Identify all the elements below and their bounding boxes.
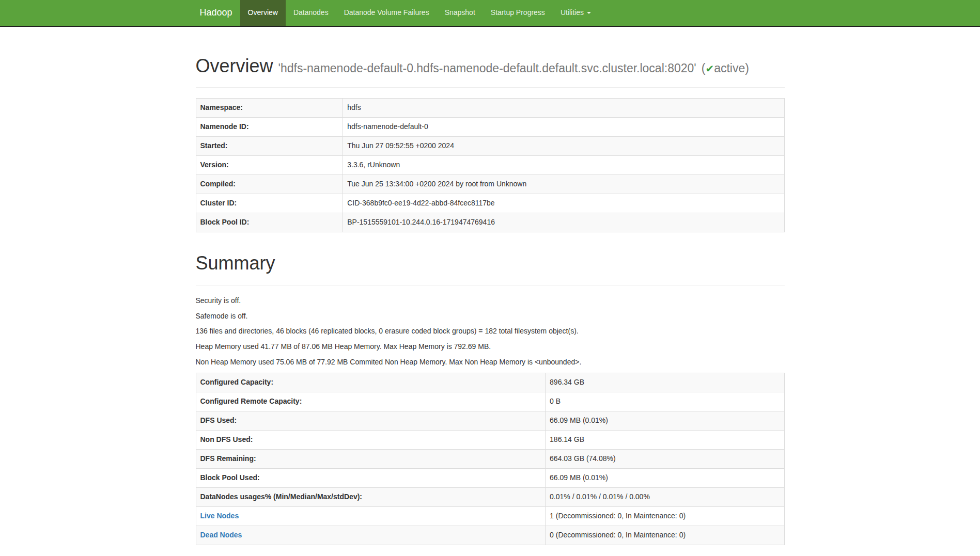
namenode-address: 'hdfs-namenode-default-0.hdfs-namenode-d… (278, 61, 696, 75)
row-value: hdfs (343, 99, 784, 118)
row-value: Tue Jun 25 13:34:00 +0200 2024 by root f… (343, 175, 784, 194)
row-label: Configured Remote Capacity: (196, 392, 546, 411)
row-value: CID-368b9fc0-ee19-4d22-abbd-84fcec8117be (343, 194, 784, 213)
row-value: 664.03 GB (74.08%) (546, 450, 784, 469)
row-label: Namenode ID: (196, 118, 343, 137)
summary-divider (196, 285, 785, 285)
summary-filesystem-objects: 136 files and directories, 46 blocks (46… (196, 326, 785, 337)
table-row: DataNodes usages% (Min/Median/Max/stdDev… (196, 488, 784, 507)
table-row: Namenode ID: hdfs-namenode-default-0 (196, 118, 784, 137)
nav-tab-snapshot[interactable]: Snapshot (437, 0, 483, 26)
nav-tab-overview[interactable]: Overview (240, 0, 286, 26)
row-label: Compiled: (196, 175, 343, 194)
summary-text: Security is off. Safemode is off. 136 fi… (196, 296, 785, 368)
page-title: Overview 'hdfs-namenode-default-0.hdfs-n… (196, 56, 785, 76)
nav-dropdown-utilities[interactable]: Utilities (553, 0, 599, 26)
nav-tab-overview-label: Overview (248, 8, 278, 18)
navbar-menu: Overview Datanodes Datanode Volume Failu… (240, 0, 599, 26)
row-label: Started: (196, 137, 343, 156)
row-label: Non DFS Used: (196, 431, 546, 450)
main-content: Overview 'hdfs-namenode-default-0.hdfs-n… (188, 56, 792, 545)
table-row: Configured Capacity: 896.34 GB (196, 373, 784, 392)
table-row: Block Pool ID: BP-1515559101-10.244.0.16… (196, 213, 784, 232)
nav-tab-datanode-volume-failures-label: Datanode Volume Failures (344, 8, 429, 18)
row-label: Dead Nodes (196, 526, 546, 545)
row-label: Block Pool Used: (196, 469, 546, 488)
table-row: DFS Remaining: 664.03 GB (74.08%) (196, 450, 784, 469)
status-active-label: active) (714, 61, 749, 75)
live-nodes-link[interactable]: Live Nodes (200, 512, 239, 520)
namenode-info-table: Namespace: hdfs Namenode ID: hdfs-nameno… (196, 98, 785, 232)
caret-down-icon (587, 12, 591, 14)
namenode-status: (✔active) (702, 62, 749, 75)
row-label: DFS Remaining: (196, 450, 546, 469)
nav-tab-datanodes-label: Datanodes (293, 8, 329, 18)
table-row: Live Nodes 1 (Decommissioned: 0, In Main… (196, 507, 784, 526)
table-row: Configured Remote Capacity: 0 B (196, 392, 784, 411)
table-row: Compiled: Tue Jun 25 13:34:00 +0200 2024… (196, 175, 784, 194)
row-label: DataNodes usages% (Min/Median/Max/stdDev… (196, 488, 546, 507)
row-value: hdfs-namenode-default-0 (343, 118, 784, 137)
nav-dropdown-utilities-label: Utilities (561, 8, 584, 18)
table-row: Cluster ID: CID-368b9fc0-ee19-4d22-abbd-… (196, 194, 784, 213)
dead-nodes-link[interactable]: Dead Nodes (200, 531, 242, 539)
table-row: Namespace: hdfs (196, 99, 784, 118)
nav-tab-datanode-volume-failures[interactable]: Datanode Volume Failures (336, 0, 437, 26)
row-value: 0.01% / 0.01% / 0.01% / 0.00% (546, 488, 784, 507)
table-row: Started: Thu Jun 27 09:52:55 +0200 2024 (196, 137, 784, 156)
row-label: Block Pool ID: (196, 213, 343, 232)
row-value: BP-1515559101-10.244.0.16-1719474769416 (343, 213, 784, 232)
summary-non-heap-memory: Non Heap Memory used 75.06 MB of 77.92 M… (196, 357, 785, 368)
header-divider (196, 87, 785, 88)
check-icon: ✔ (705, 63, 714, 74)
summary-heading: Summary (196, 253, 785, 274)
table-row: Dead Nodes 0 (Decommissioned: 0, In Main… (196, 526, 784, 545)
row-label: DFS Used: (196, 411, 546, 431)
row-value: 0 B (546, 392, 784, 411)
table-row: Version: 3.3.6, rUnknown (196, 156, 784, 175)
cluster-metrics-table: Configured Capacity: 896.34 GB Configure… (196, 373, 785, 545)
row-value: 0 (Decommissioned: 0, In Maintenance: 0) (546, 526, 784, 545)
row-value: Thu Jun 27 09:52:55 +0200 2024 (343, 137, 784, 156)
table-row: Block Pool Used: 66.09 MB (0.01%) (196, 469, 784, 488)
table-row: Non DFS Used: 186.14 GB (196, 431, 784, 450)
row-label: Namespace: (196, 99, 343, 118)
row-label: Version: (196, 156, 343, 175)
row-value: 66.09 MB (0.01%) (546, 411, 784, 431)
nav-tab-startup-progress-label: Startup Progress (491, 8, 545, 18)
row-value: 896.34 GB (546, 373, 784, 392)
brand-hadoop[interactable]: Hadoop (196, 0, 240, 26)
table-row: DFS Used: 66.09 MB (0.01%) (196, 411, 784, 431)
nav-tab-startup-progress[interactable]: Startup Progress (483, 0, 553, 26)
summary-security: Security is off. (196, 296, 785, 306)
nav-tab-snapshot-label: Snapshot (445, 8, 475, 18)
summary-safemode: Safemode is off. (196, 311, 785, 322)
nav-tab-datanodes[interactable]: Datanodes (286, 0, 336, 26)
page-title-text: Overview (196, 55, 273, 76)
row-value: 3.3.6, rUnknown (343, 156, 784, 175)
row-value: 66.09 MB (0.01%) (546, 469, 784, 488)
row-value: 186.14 GB (546, 431, 784, 450)
row-label: Configured Capacity: (196, 373, 546, 392)
row-label: Live Nodes (196, 507, 546, 526)
summary-heap-memory: Heap Memory used 41.77 MB of 87.06 MB He… (196, 342, 785, 352)
row-value: 1 (Decommissioned: 0, In Maintenance: 0) (546, 507, 784, 526)
top-navbar: Hadoop Overview Datanodes Datanode Volum… (0, 0, 980, 27)
row-label: Cluster ID: (196, 194, 343, 213)
